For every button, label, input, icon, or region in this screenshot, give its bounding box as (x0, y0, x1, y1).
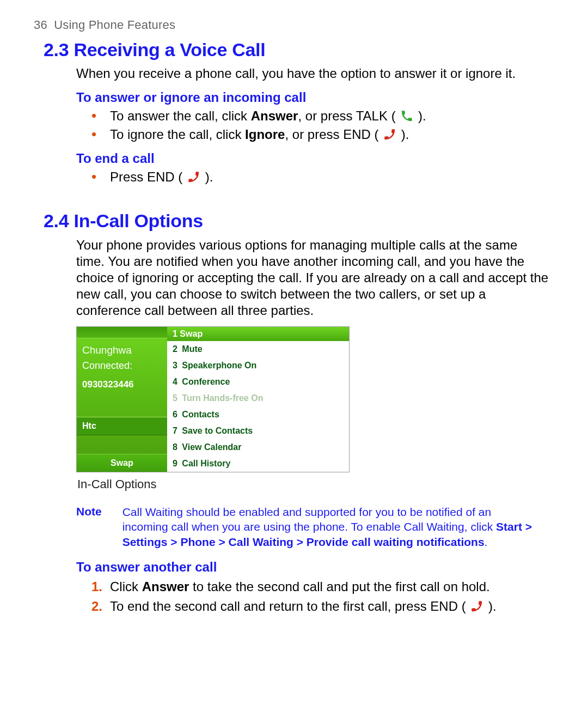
step-1: Click Answer to take the second call and… (110, 579, 549, 595)
end-red-phone-icon (188, 171, 200, 183)
section-2-3-intro: When you receive a phone call, you have … (76, 65, 549, 82)
bullet-list-end-call: Press END ( ). (76, 169, 549, 185)
step-2: To end the second call and return to the… (110, 598, 549, 615)
section-2-4-title: 2.4 In-Call Options (44, 209, 554, 233)
menu-item-save-contacts: 7 Save to Contacts (167, 423, 349, 439)
page-number: 36 (34, 18, 47, 32)
phone-screen: Chunghwa Connected: 0930323446 Htc Swap … (76, 326, 350, 472)
section-2-3-title: 2.3 Receiving a Voice Call (44, 38, 554, 62)
end-red-phone-icon (471, 600, 483, 612)
phone-status-bar (77, 327, 167, 338)
menu-item-conference: 4 Conference (167, 374, 349, 390)
menu-item-view-calendar: 8 View Calendar (167, 439, 349, 455)
subhead-answer-another: To answer another call (76, 559, 549, 575)
bullet-ignore: To ignore the call, click Ignore, or pre… (110, 126, 549, 143)
note-block: Note Call Waiting should be enabled and … (76, 505, 549, 549)
in-call-menu: 1 Swap 2 Mute 3 Speakerphone On 4 Confer… (167, 327, 349, 472)
menu-item-mute: 2 Mute (167, 341, 349, 357)
note-label: Note (76, 505, 119, 519)
menu-item-swap: 1 Swap (167, 327, 349, 341)
phone-left-panel: Chunghwa Connected: 0930323446 Htc Swap (77, 327, 167, 472)
bullet-end-call: Press END ( ). (110, 169, 549, 185)
subhead-answer-ignore: To answer or ignore an incoming call (76, 89, 549, 106)
section-2-4-body: Your phone provides various options for … (76, 237, 549, 615)
menu-item-speakerphone: 3 Speakerphone On (167, 357, 349, 374)
section-2-4-intro: Your phone provides various options for … (76, 237, 549, 319)
phone-number: 0930323446 (77, 372, 167, 390)
contact-name-bar: Htc (77, 417, 167, 435)
page: 36 Using Phone Features 2.3 Receiving a … (0, 0, 588, 653)
menu-item-handsfree: 5 Turn Hands-free On (167, 390, 349, 406)
connected-label: Connected: (77, 356, 167, 372)
carrier-label: Chunghwa (77, 338, 167, 357)
menu-item-contacts: 6 Contacts (167, 406, 349, 423)
steps-answer-another: Click Answer to take the second call and… (76, 579, 549, 615)
screenshot-caption: In-Call Options (77, 477, 549, 492)
subhead-end-call: To end a call (76, 150, 549, 167)
end-red-phone-icon (384, 129, 396, 141)
soft-key-swap: Swap (77, 454, 167, 472)
section-2-3-body: When you receive a phone call, you have … (76, 65, 549, 185)
bullet-list-answer-ignore: To answer the call, click Answer, or pre… (76, 108, 549, 143)
running-title: Using Phone Features (54, 18, 175, 32)
note-text: Call Waiting should be enabled and suppo… (122, 505, 536, 549)
talk-green-phone-icon (401, 110, 413, 122)
running-header: 36 Using Phone Features (34, 17, 554, 33)
in-call-screenshot: Chunghwa Connected: 0930323446 Htc Swap … (76, 326, 549, 492)
menu-item-call-history: 9 Call History (167, 455, 349, 472)
bullet-answer: To answer the call, click Answer, or pre… (110, 108, 549, 124)
